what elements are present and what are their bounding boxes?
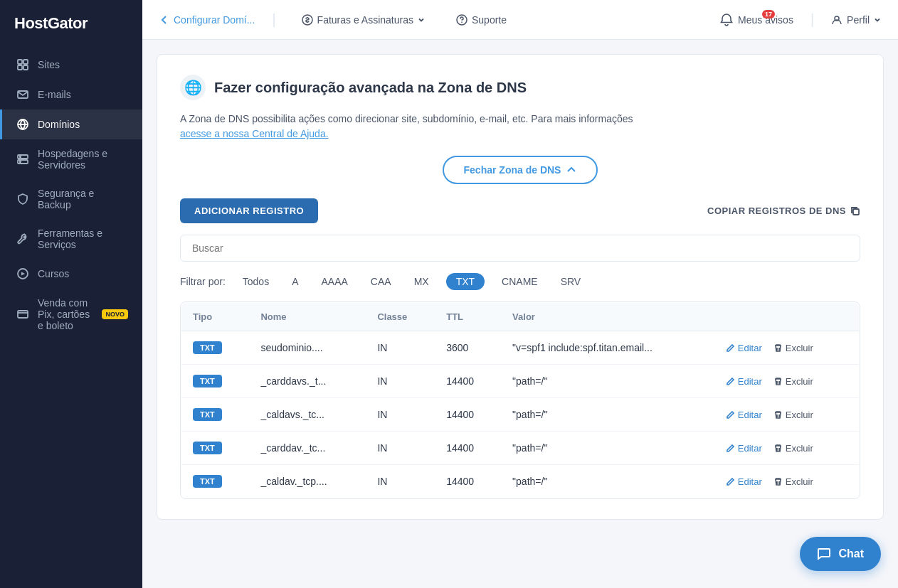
dns-table-wrapper[interactable]: Tipo Nome Classe TTL Valor TXT seudomini… <box>180 301 860 499</box>
dns-help-link[interactable]: acesse a nossa Central de Ajuda. <box>180 128 329 139</box>
cell-name-2: _caldavs._tc... <box>249 398 366 432</box>
edit-button-0[interactable]: Editar <box>726 343 762 353</box>
copy-records-button[interactable]: COPIAR REGISTROS DE DNS <box>707 205 860 216</box>
sidebar-label-emails: E-mails <box>38 89 71 100</box>
edit-button-2[interactable]: Editar <box>726 410 762 420</box>
dns-title-row: 🌐 Fazer configuração avançada na Zona de… <box>180 75 860 100</box>
billing-nav[interactable]: Faturas e Assinaturas <box>293 9 433 31</box>
delete-button-2[interactable]: Excluir <box>773 410 813 420</box>
notifications-button[interactable]: 17 Meus avisos <box>719 13 793 27</box>
sidebar-label-sites: Sites <box>38 59 60 70</box>
svg-point-8 <box>20 156 21 158</box>
sidebar-label-domains: Domínios <box>38 119 80 130</box>
mail-icon <box>16 88 29 101</box>
sidebar-label-tools: Ferramentas e Serviços <box>38 228 128 250</box>
sidebar-item-courses[interactable]: Cursos <box>0 259 142 289</box>
sidebar-item-tools[interactable]: Ferramentas e Serviços <box>0 219 142 259</box>
sidebar-item-hosting[interactable]: Hospedagens e Servidores <box>0 139 142 179</box>
server-icon <box>16 153 29 166</box>
cell-value-2: "path=/" <box>501 398 714 432</box>
search-container <box>180 235 860 262</box>
col-actions <box>714 303 860 331</box>
cell-class-4: IN <box>366 465 435 498</box>
table-row: TXT seudominio.... IN 3600 "v=spf1 inclu… <box>181 331 860 365</box>
cell-ttl-0: 3600 <box>435 331 501 365</box>
app-logo: HostGator <box>0 0 142 50</box>
table-row: TXT _carddav._tc... IN 14400 "path=/" Ed… <box>181 432 860 465</box>
cell-class-1: IN <box>366 365 435 398</box>
svg-rect-0 <box>18 60 22 64</box>
edit-button-4[interactable]: Editar <box>726 476 762 487</box>
grid-icon <box>16 58 29 71</box>
cell-type-4: TXT <box>181 465 250 498</box>
cell-value-1: "path=/" <box>501 365 714 398</box>
sidebar-item-domains[interactable]: Domínios <box>0 109 142 139</box>
svg-rect-3 <box>23 65 28 70</box>
close-dns-button[interactable]: Fechar Zona de DNS <box>443 156 598 184</box>
filter-mx[interactable]: MX <box>408 273 435 290</box>
filter-todos[interactable]: Todos <box>237 273 275 290</box>
delete-button-0[interactable]: Excluir <box>773 343 813 353</box>
table-toolbar: ADICIONAR REGISTRO COPIAR REGISTROS DE D… <box>180 198 860 223</box>
col-nome: Nome <box>249 303 366 331</box>
chat-label: Chat <box>838 547 864 560</box>
cell-ttl-1: 14400 <box>435 365 501 398</box>
svg-rect-1 <box>23 60 28 64</box>
sidebar-label-courses: Cursos <box>38 268 69 279</box>
cell-class-0: IN <box>366 331 435 365</box>
cell-actions-3: Editar Excluir <box>714 432 860 465</box>
cell-value-3: "path=/" <box>501 432 714 465</box>
delete-button-3[interactable]: Excluir <box>773 443 813 454</box>
cell-type-1: TXT <box>181 365 250 398</box>
notification-count: 17 <box>762 10 775 18</box>
sidebar: HostGator Sites E-mails <box>0 0 142 588</box>
sidebar-item-sites[interactable]: Sites <box>0 50 142 80</box>
pix-badge: NOVO <box>102 309 128 319</box>
sidebar-nav: Sites E-mails Domínios <box>0 50 142 588</box>
add-record-button[interactable]: ADICIONAR REGISTRO <box>180 198 318 223</box>
filter-txt[interactable]: TXT <box>446 273 485 290</box>
cell-actions-4: Editar Excluir <box>714 465 860 498</box>
table-row: TXT _carddavs._t... IN 14400 "path=/" Ed… <box>181 365 860 398</box>
table-row: TXT _caldavs._tc... IN 14400 "path=/" Ed… <box>181 398 860 432</box>
svg-rect-16 <box>853 209 859 215</box>
cell-name-1: _carddavs._t... <box>249 365 366 398</box>
filter-srv[interactable]: SRV <box>555 273 587 290</box>
filter-a[interactable]: A <box>286 273 304 290</box>
delete-button-4[interactable]: Excluir <box>773 476 813 487</box>
profile-button[interactable]: Perfil <box>831 14 881 26</box>
back-button[interactable]: Configurar Domí... <box>159 14 255 26</box>
sidebar-item-pix[interactable]: Venda com Pix, cartões e boleto NOVO <box>0 289 142 340</box>
filter-label: Filtrar por: <box>180 276 226 287</box>
filter-aaaa[interactable]: AAAA <box>316 273 354 290</box>
delete-button-1[interactable]: Excluir <box>773 376 813 387</box>
filter-caa[interactable]: CAA <box>365 273 397 290</box>
col-tipo: Tipo <box>181 303 250 331</box>
support-nav[interactable]: Suporte <box>448 9 515 31</box>
sidebar-label-hosting: Hospedagens e Servidores <box>38 148 128 171</box>
cell-ttl-3: 14400 <box>435 432 501 465</box>
cell-type-3: TXT <box>181 432 250 465</box>
sidebar-item-emails[interactable]: E-mails <box>0 80 142 109</box>
dns-description: A Zona de DNS possibilita ações como dir… <box>180 112 860 141</box>
play-icon <box>16 267 29 280</box>
sidebar-label-security: Segurança e Backup <box>38 188 128 210</box>
credit-card-icon <box>16 308 29 321</box>
cell-actions-2: Editar Excluir <box>714 398 860 432</box>
main-area: Configurar Domí... | Faturas e Assinatur… <box>142 0 898 588</box>
cell-actions-0: Editar Excluir <box>714 331 860 365</box>
billing-label: Faturas e Assinaturas <box>317 14 413 26</box>
shield-icon <box>16 193 29 205</box>
cell-class-2: IN <box>366 398 435 432</box>
content-area: 🌐 Fazer configuração avançada na Zona de… <box>142 40 898 588</box>
sidebar-item-security[interactable]: Segurança e Backup <box>0 179 142 219</box>
search-input[interactable] <box>180 235 860 262</box>
header: Configurar Domí... | Faturas e Assinatur… <box>142 0 898 40</box>
edit-button-1[interactable]: Editar <box>726 376 762 387</box>
filter-cname[interactable]: CNAME <box>496 273 544 290</box>
chat-button[interactable]: Chat <box>800 537 881 571</box>
edit-button-3[interactable]: Editar <box>726 443 762 454</box>
cell-type-2: TXT <box>181 398 250 432</box>
dns-zone-card: 🌐 Fazer configuração avançada na Zona de… <box>157 54 884 520</box>
tool-icon <box>16 232 29 245</box>
